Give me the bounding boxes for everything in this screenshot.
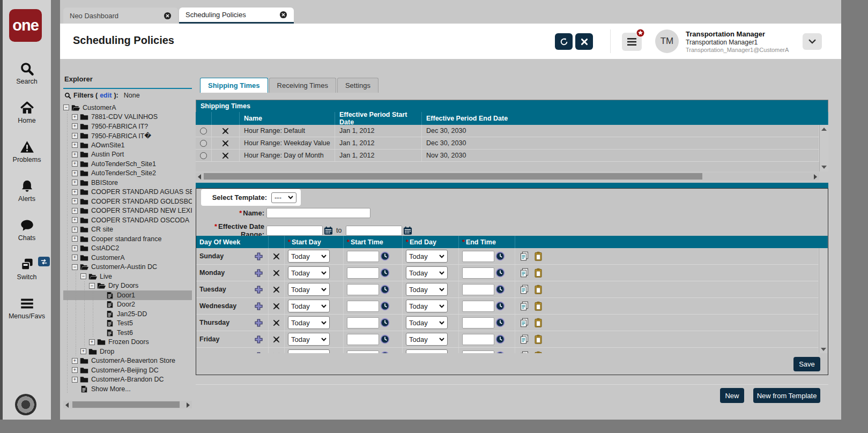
tree-item-jan25-dd[interactable]: Jan25-DD bbox=[63, 309, 192, 319]
template-select[interactable]: --- bbox=[271, 192, 296, 203]
start-time-input[interactable] bbox=[347, 317, 379, 329]
tree-item-7950-fabrica-it[interactable]: +7950-FABRICA IT� bbox=[63, 131, 192, 141]
clear-row-icon[interactable] bbox=[273, 253, 280, 260]
tab-receiving-times[interactable]: Receiving Times bbox=[269, 78, 336, 93]
tree-toggle-expand[interactable]: + bbox=[72, 180, 78, 185]
clock-icon[interactable] bbox=[495, 318, 505, 327]
tree-toggle-expand[interactable]: + bbox=[72, 367, 78, 373]
shipping-vertical-scrollbar[interactable] bbox=[819, 125, 828, 171]
start-day-select[interactable]: Today bbox=[288, 283, 330, 296]
tree-item-door2[interactable]: Door2 bbox=[63, 300, 192, 310]
clock-icon[interactable] bbox=[495, 251, 505, 261]
paste-icon[interactable] bbox=[533, 318, 543, 327]
tree-item-cooper-standard-france[interactable]: +Cooper standard france bbox=[63, 234, 192, 244]
start-day-select[interactable]: Today bbox=[288, 349, 330, 353]
tree-item-frozen-doors[interactable]: +Frozen Doors bbox=[63, 338, 192, 347]
tree-toggle-expand[interactable]: + bbox=[72, 133, 78, 139]
sidebar-item-alerts[interactable]: Alerts bbox=[3, 171, 51, 210]
clear-row-icon[interactable] bbox=[273, 303, 280, 310]
end-day-select[interactable]: Today bbox=[406, 349, 448, 353]
clock-icon[interactable] bbox=[380, 301, 390, 311]
date-to-input[interactable] bbox=[346, 226, 402, 236]
end-day-select[interactable]: Today bbox=[406, 266, 448, 279]
tree-item-cooper-standard-new-lexington[interactable]: +COOPER STANDARD NEW LEXINGTON bbox=[63, 206, 192, 216]
tree-item-7950-fabrica-it[interactable]: +7950-FABRICA IT? bbox=[63, 122, 192, 131]
paste-icon[interactable] bbox=[533, 351, 543, 353]
clock-icon[interactable] bbox=[380, 251, 390, 261]
clear-row-icon[interactable] bbox=[273, 336, 280, 343]
tree-item-cooper-standard-aguas-sealing-3[interactable]: +COOPER STANDARD AGUAS SEALING (3 bbox=[63, 188, 192, 197]
copy-icon[interactable] bbox=[520, 351, 529, 353]
scroll-down-arrow[interactable] bbox=[821, 348, 826, 351]
end-day-select[interactable]: Today bbox=[406, 333, 448, 346]
add-row-icon[interactable] bbox=[255, 319, 263, 327]
tree-item-austin-port[interactable]: +Austin Port bbox=[63, 150, 192, 160]
sidebar-item-chats[interactable]: Chats bbox=[3, 210, 51, 249]
row-radio[interactable] bbox=[200, 140, 207, 147]
scroll-right-arrow[interactable] bbox=[187, 402, 190, 408]
tree-toggle-expand[interactable]: + bbox=[72, 227, 78, 233]
week-vertical-scrollbar[interactable] bbox=[819, 248, 828, 353]
end-time-input[interactable] bbox=[462, 301, 494, 312]
tree-item-autotendersch-site2[interactable]: +AutoTenderSch_Site2 bbox=[63, 169, 192, 178]
tree-toggle-expand[interactable]: + bbox=[80, 348, 86, 354]
globe-icon[interactable] bbox=[15, 394, 36, 415]
deactivate-icon[interactable] bbox=[222, 140, 229, 147]
tree-item-customera[interactable]: −CustomerA bbox=[63, 103, 192, 113]
clear-row-icon[interactable] bbox=[273, 270, 280, 277]
tree-toggle-expand[interactable]: + bbox=[72, 255, 78, 260]
add-row-icon[interactable] bbox=[255, 286, 263, 294]
copy-icon[interactable] bbox=[520, 318, 529, 327]
tree-toggle-expand[interactable]: + bbox=[72, 245, 78, 251]
clock-icon[interactable] bbox=[380, 351, 390, 353]
start-time-input[interactable] bbox=[347, 267, 379, 279]
tree-item-aownsite1[interactable]: +AOwnSite1 bbox=[63, 140, 192, 150]
tree-item-cooper-standard-oscoda[interactable]: +COOPER STANDARD OSCODA bbox=[63, 215, 192, 225]
tree-item-cstadc2[interactable]: +CstADC2 bbox=[63, 244, 192, 253]
end-day-select[interactable]: Today bbox=[406, 283, 448, 296]
tree-toggle-expand[interactable]: + bbox=[72, 161, 78, 167]
end-time-input[interactable] bbox=[462, 251, 494, 262]
new-from-template-button[interactable]: New from Template bbox=[753, 388, 820, 403]
tree-toggle-expand[interactable]: + bbox=[72, 198, 78, 204]
copy-icon[interactable] bbox=[520, 268, 529, 278]
tree-item-customera-austin-dc[interactable]: −CustomerA-Austin DC bbox=[63, 263, 192, 272]
end-time-input[interactable] bbox=[462, 317, 494, 329]
scroll-left-arrow[interactable] bbox=[198, 174, 201, 180]
end-time-input[interactable] bbox=[462, 350, 494, 354]
window-tab-neo-dashboard[interactable]: Neo Dashboard bbox=[63, 8, 178, 24]
end-day-select[interactable]: Today bbox=[406, 300, 448, 312]
sidebar-item-problems[interactable]: Problems bbox=[3, 132, 51, 171]
start-time-input[interactable] bbox=[347, 284, 379, 295]
sidebar-item-search[interactable]: Search bbox=[3, 54, 51, 93]
tree-item-door1[interactable]: Door1 bbox=[63, 290, 192, 300]
tab-shipping-times[interactable]: Shipping Times bbox=[200, 78, 268, 93]
tree-item-drop[interactable]: +Drop bbox=[63, 347, 192, 356]
tree-toggle-collapse[interactable]: − bbox=[63, 104, 69, 110]
scroll-right-arrow[interactable] bbox=[814, 174, 817, 180]
deactivate-icon[interactable] bbox=[222, 128, 229, 135]
scroll-left-arrow[interactable] bbox=[65, 402, 69, 408]
tree-toggle-expand[interactable]: + bbox=[72, 236, 78, 242]
tree-item-live[interactable]: −Live bbox=[63, 272, 192, 281]
shipping-horizontal-scrollbar[interactable] bbox=[196, 173, 819, 180]
clock-icon[interactable] bbox=[495, 285, 505, 294]
start-time-input[interactable] bbox=[347, 251, 379, 262]
add-row-icon[interactable] bbox=[255, 269, 263, 277]
tree-item-test5[interactable]: Test5 bbox=[63, 319, 192, 329]
explorer-horizontal-scrollbar[interactable] bbox=[63, 401, 192, 408]
clock-icon[interactable] bbox=[380, 268, 390, 278]
end-day-select[interactable]: Today bbox=[406, 250, 448, 263]
clock-icon[interactable] bbox=[495, 334, 505, 344]
scroll-up-arrow[interactable] bbox=[821, 128, 827, 131]
add-row-icon[interactable] bbox=[255, 335, 263, 344]
paste-icon[interactable] bbox=[533, 334, 543, 344]
close-tab-icon[interactable] bbox=[164, 12, 172, 20]
copy-icon[interactable] bbox=[520, 251, 529, 261]
paste-icon[interactable] bbox=[533, 251, 543, 261]
paste-icon[interactable] bbox=[533, 301, 543, 311]
row-radio[interactable] bbox=[200, 152, 207, 159]
end-time-input[interactable] bbox=[462, 284, 494, 295]
start-time-input[interactable] bbox=[347, 350, 379, 354]
add-row-icon[interactable] bbox=[255, 302, 263, 310]
